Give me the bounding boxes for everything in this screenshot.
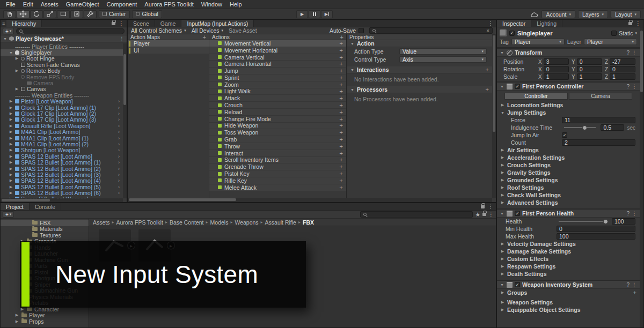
fold-down-icon[interactable]: ▼ [500, 51, 504, 55]
indulgence-time-slider[interactable] [564, 127, 596, 128]
menu-file[interactable]: File [2, 1, 19, 8]
foldout-locomotion-settings[interactable]: ▶Locomotion Settings [497, 101, 640, 109]
fold-right-icon[interactable]: ▶ [9, 124, 13, 128]
hierarchy-item-weapon-entities[interactable]: -------- Weapon Entities -------- [1, 92, 123, 98]
clear-search-icon[interactable]: × [486, 28, 489, 34]
auto-save-checkbox[interactable] [358, 28, 364, 33]
folder-materials[interactable]: Materials [1, 226, 89, 233]
create-asset-button[interactable]: +▾ [3, 211, 14, 218]
foldout-acceleration-settings[interactable]: ▶Acceleration Settings [497, 154, 640, 161]
min-health-field[interactable] [557, 226, 635, 232]
tab-hierarchy[interactable]: Hierarchy [6, 20, 42, 27]
tab-inspector[interactable]: Inspector [497, 20, 531, 27]
scrollbar-thumb[interactable] [493, 35, 495, 132]
prefab-open-chevron[interactable]: › [118, 190, 121, 196]
action-attack[interactable]: Attack+ [209, 95, 346, 102]
prefab-open-chevron[interactable]: › [118, 117, 121, 122]
account-dropdown[interactable]: Account▾ [541, 10, 575, 18]
add-binding-button[interactable]: + [340, 95, 343, 101]
add-binding-button[interactable]: + [340, 109, 343, 115]
add-group-button[interactable]: + [633, 289, 636, 296]
add-action-map-button[interactable]: + [203, 34, 206, 40]
add-binding-button[interactable]: + [340, 150, 343, 156]
control-type-dropdown[interactable]: Axis▾ [399, 56, 487, 63]
prefab-open-chevron[interactable]: › [118, 172, 121, 177]
hierarchy-item-m4a1-clip-loot-ammo-2[interactable]: ▶M4A1 Clip [Loot Ammo] (2)› [1, 141, 123, 147]
hierarchy-item-remove-fps-body[interactable]: Remove FPS Body [1, 74, 123, 80]
inspector-vscrollbar[interactable] [640, 27, 643, 327]
pause-button[interactable] [309, 10, 320, 18]
hierarchy-search-input[interactable] [16, 28, 125, 34]
foldout-grounded-settings[interactable]: ▶Grounded Settings [497, 176, 640, 184]
fpc-tab-controller[interactable]: Controller [504, 93, 568, 100]
action-reload[interactable]: Reload+ [209, 109, 346, 116]
menu-assets[interactable]: Assets [37, 1, 62, 8]
prefab-open-chevron[interactable]: › [118, 99, 121, 104]
create-object-button[interactable]: +▾ [3, 28, 14, 34]
prefab-open-chevron[interactable]: › [118, 147, 121, 153]
fold-right-icon[interactable]: ▶ [9, 185, 13, 189]
action-change-fire-mode[interactable]: Change Fire Mode+ [209, 116, 346, 123]
transform-scale-x-field[interactable] [544, 73, 569, 80]
transform-rotation-z-field[interactable] [610, 66, 635, 72]
rect-tool-button[interactable] [57, 10, 70, 18]
health-field[interactable] [612, 218, 635, 225]
menu-help[interactable]: Help [226, 1, 246, 8]
tab-project[interactable]: Project [1, 203, 30, 210]
fold-down-icon[interactable]: ▼ [9, 51, 13, 55]
devices-dropdown[interactable]: All Devices▾ [192, 27, 223, 34]
component-enabled-checkbox[interactable] [515, 282, 520, 287]
interactions-section-header[interactable]: ▼Interactions+ [347, 66, 492, 73]
fold-right-icon[interactable]: ▶ [14, 313, 19, 317]
component-enabled-checkbox[interactable] [515, 84, 520, 89]
foldout-roof-settings[interactable]: ▶Roof Settings [497, 184, 640, 191]
add-binding-button[interactable]: + [340, 81, 343, 88]
gameobject-name[interactable]: Singleplayer [517, 30, 609, 36]
foldout-crouch-settings[interactable]: ▶Crouch Settings [497, 161, 640, 169]
hierarchy-item-glock-17-clip-loot-ammo-2[interactable]: ▶Glock 17 Clip [Loot Ammo] (2)› [1, 110, 123, 116]
tag-dropdown[interactable]: Player▾ [511, 39, 565, 45]
action-throw[interactable]: Throw+ [209, 143, 346, 150]
max-health-field[interactable] [557, 233, 635, 240]
hierarchy-item-singleplayer[interactable]: ▼Singleplayer [1, 49, 123, 55]
component-enabled-checkbox[interactable] [515, 211, 520, 216]
fold-right-icon[interactable]: ▶ [14, 87, 19, 91]
transform-rotation-y-field[interactable] [577, 66, 602, 72]
prefab-open-chevron[interactable]: › [118, 184, 121, 190]
hierarchy-item-shotgun-loot-weapon[interactable]: ▶Shotgun [Loot Weapon]› [1, 147, 123, 153]
hierarchy-item-remote-body[interactable]: ▶Remote Body [1, 68, 123, 74]
slider-knob[interactable] [582, 125, 587, 130]
center-vscrollbar[interactable] [492, 34, 496, 198]
action-section-header[interactable]: ▼Action [347, 40, 492, 47]
menu-edit[interactable]: Edit [19, 1, 37, 8]
action-movement-horizontal[interactable]: Movement Horizontal+ [209, 47, 346, 54]
count-field[interactable] [562, 139, 635, 146]
scrollbar-thumb[interactable] [123, 54, 126, 105]
favorites-icon[interactable]: ★ [475, 211, 480, 218]
action-camera-horizontal[interactable]: Camera Horizontal+ [209, 61, 346, 68]
fold-right-icon[interactable]: ▶ [14, 56, 19, 61]
static-checkbox[interactable] [611, 31, 617, 36]
prefab-open-chevron[interactable]: › [118, 129, 121, 135]
custom-tool-button[interactable] [84, 10, 97, 18]
foldout-jump-settings[interactable]: ▼Jump Settings [497, 109, 640, 116]
health-slider[interactable] [559, 221, 607, 222]
hierarchy-item-glock-17-clip-loot-ammo-3[interactable]: ▶Glock 17 Clip [Loot Ammo] (3)› [1, 117, 123, 123]
hand-tool-button[interactable] [3, 10, 16, 18]
kebab-menu-icon[interactable]: ⋮ [488, 204, 493, 210]
action-melee-attack[interactable]: Melee Attack+ [209, 184, 346, 191]
fold-right-icon[interactable]: ▶ [9, 191, 13, 195]
action-hide-weapon[interactable]: Hide Weapon+ [209, 123, 346, 130]
menu-gameobject[interactable]: GameObject [62, 1, 103, 8]
scale-tool-button[interactable] [43, 10, 56, 18]
kebab-menu-icon[interactable]: ⋮ [632, 50, 637, 56]
action-map-player[interactable]: Player [128, 40, 209, 47]
folder-fbx[interactable]: FBX [1, 220, 89, 226]
static-dropdown[interactable]: Static▾ [611, 30, 637, 36]
prefab-open-chevron[interactable]: › [118, 166, 121, 172]
help-icon[interactable]: ? [626, 50, 630, 56]
move-tool-button[interactable] [17, 10, 30, 18]
tab-scene[interactable]: Scene [128, 20, 155, 27]
hierarchy-item-m4a1-clip-loot-ammo[interactable]: ▶M4A1 Clip [Loot Ammo]› [1, 129, 123, 135]
hierarchy-item-spas-12-bullet-loot-ammo-5[interactable]: ▶SPAS 12 Bullet [Loot Ammo] (5)› [1, 184, 123, 190]
